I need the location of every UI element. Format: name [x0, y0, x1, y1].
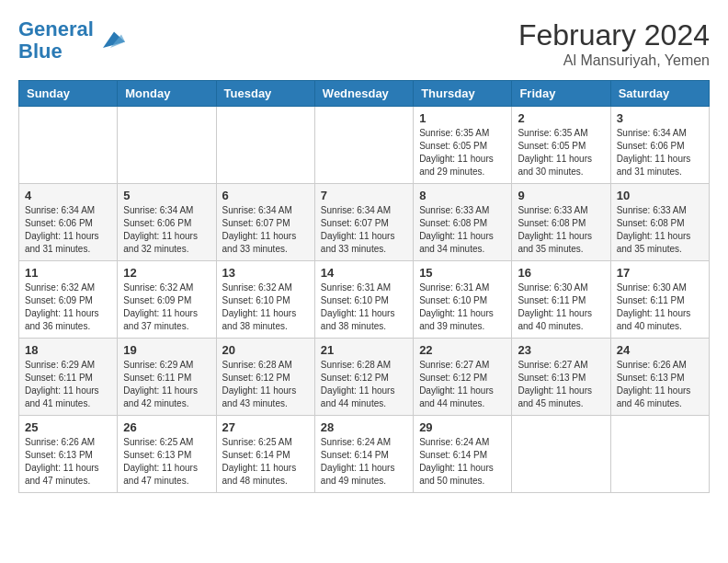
calendar-cell: 26Sunrise: 6:25 AMSunset: 6:13 PMDayligh…	[118, 416, 216, 493]
day-info: Sunrise: 6:33 AMSunset: 6:08 PMDaylight:…	[419, 204, 506, 256]
calendar-cell: 23Sunrise: 6:27 AMSunset: 6:13 PMDayligh…	[512, 339, 610, 416]
day-number: 11	[25, 266, 111, 280]
logo-icon	[96, 26, 125, 55]
day-info: Sunrise: 6:31 AMSunset: 6:10 PMDaylight:…	[321, 282, 407, 333]
calendar-cell	[216, 107, 314, 184]
month-title: February 2024	[518, 18, 710, 52]
day-number: 21	[321, 343, 407, 357]
day-number: 28	[321, 420, 407, 434]
calendar-cell: 14Sunrise: 6:31 AMSunset: 6:10 PMDayligh…	[314, 261, 413, 339]
day-number: 16	[518, 266, 604, 280]
calendar-cell: 19Sunrise: 6:29 AMSunset: 6:11 PMDayligh…	[118, 339, 216, 416]
header-monday: Monday	[118, 81, 216, 107]
day-info: Sunrise: 6:34 AMSunset: 6:06 PMDaylight:…	[617, 127, 703, 178]
day-info: Sunrise: 6:30 AMSunset: 6:11 PMDaylight:…	[617, 282, 703, 333]
calendar-cell: 11Sunrise: 6:32 AMSunset: 6:09 PMDayligh…	[19, 261, 118, 339]
calendar-table: SundayMondayTuesdayWednesdayThursdayFrid…	[18, 80, 710, 493]
day-info: Sunrise: 6:33 AMSunset: 6:08 PMDaylight:…	[518, 204, 604, 256]
calendar-cell: 8Sunrise: 6:33 AMSunset: 6:08 PMDaylight…	[414, 184, 512, 261]
week-row-1: 1Sunrise: 6:35 AMSunset: 6:05 PMDaylight…	[19, 107, 710, 184]
calendar-cell	[314, 107, 413, 184]
day-number: 9	[518, 189, 604, 202]
day-info: Sunrise: 6:32 AMSunset: 6:09 PMDaylight:…	[123, 282, 210, 333]
day-info: Sunrise: 6:34 AMSunset: 6:07 PMDaylight:…	[222, 204, 309, 256]
header-tuesday: Tuesday	[216, 81, 314, 107]
header-friday: Friday	[512, 81, 610, 107]
logo-blue: Blue	[18, 40, 63, 63]
day-info: Sunrise: 6:34 AMSunset: 6:07 PMDaylight:…	[321, 204, 407, 256]
calendar-cell: 28Sunrise: 6:24 AMSunset: 6:14 PMDayligh…	[314, 416, 413, 493]
day-info: Sunrise: 6:31 AMSunset: 6:10 PMDaylight:…	[419, 282, 506, 333]
day-number: 23	[518, 343, 604, 357]
day-number: 27	[222, 420, 309, 434]
calendar-cell: 4Sunrise: 6:34 AMSunset: 6:06 PMDaylight…	[19, 184, 118, 261]
day-number: 17	[617, 266, 703, 280]
calendar-cell	[118, 107, 216, 184]
day-number: 3	[617, 111, 703, 125]
calendar-cell: 21Sunrise: 6:28 AMSunset: 6:12 PMDayligh…	[314, 339, 413, 416]
day-number: 25	[25, 420, 111, 434]
day-info: Sunrise: 6:28 AMSunset: 6:12 PMDaylight:…	[222, 359, 309, 410]
calendar-cell: 24Sunrise: 6:26 AMSunset: 6:13 PMDayligh…	[610, 339, 709, 416]
day-number: 13	[222, 266, 309, 280]
calendar-cell: 10Sunrise: 6:33 AMSunset: 6:08 PMDayligh…	[610, 184, 709, 261]
week-row-3: 11Sunrise: 6:32 AMSunset: 6:09 PMDayligh…	[19, 261, 710, 339]
calendar-cell: 22Sunrise: 6:27 AMSunset: 6:12 PMDayligh…	[414, 339, 512, 416]
day-info: Sunrise: 6:26 AMSunset: 6:13 PMDaylight:…	[25, 436, 111, 488]
day-info: Sunrise: 6:25 AMSunset: 6:14 PMDaylight:…	[222, 436, 309, 488]
day-number: 6	[222, 189, 309, 202]
day-info: Sunrise: 6:26 AMSunset: 6:13 PMDaylight:…	[617, 359, 703, 410]
week-row-5: 25Sunrise: 6:26 AMSunset: 6:13 PMDayligh…	[19, 416, 710, 493]
logo: General Blue	[18, 18, 125, 63]
calendar-cell: 5Sunrise: 6:34 AMSunset: 6:06 PMDaylight…	[118, 184, 216, 261]
day-number: 2	[518, 111, 604, 125]
day-number: 14	[321, 266, 407, 280]
calendar-cell: 7Sunrise: 6:34 AMSunset: 6:07 PMDaylight…	[314, 184, 413, 261]
calendar-cell	[610, 416, 709, 493]
location-title: Al Mansuriyah, Yemen	[518, 52, 710, 69]
calendar-cell: 15Sunrise: 6:31 AMSunset: 6:10 PMDayligh…	[414, 261, 512, 339]
week-row-2: 4Sunrise: 6:34 AMSunset: 6:06 PMDaylight…	[19, 184, 710, 261]
calendar-cell: 17Sunrise: 6:30 AMSunset: 6:11 PMDayligh…	[610, 261, 709, 339]
day-number: 19	[123, 343, 210, 357]
day-info: Sunrise: 6:32 AMSunset: 6:09 PMDaylight:…	[25, 282, 111, 333]
day-number: 26	[123, 420, 210, 434]
day-info: Sunrise: 6:25 AMSunset: 6:13 PMDaylight:…	[123, 436, 210, 488]
day-info: Sunrise: 6:34 AMSunset: 6:06 PMDaylight:…	[123, 204, 210, 256]
calendar-cell: 3Sunrise: 6:34 AMSunset: 6:06 PMDaylight…	[610, 107, 709, 184]
day-number: 15	[419, 266, 506, 280]
day-number: 24	[617, 343, 703, 357]
day-info: Sunrise: 6:33 AMSunset: 6:08 PMDaylight:…	[617, 204, 703, 256]
day-info: Sunrise: 6:24 AMSunset: 6:14 PMDaylight:…	[321, 436, 407, 488]
header-wednesday: Wednesday	[314, 81, 413, 107]
day-number: 4	[25, 189, 111, 202]
day-number: 1	[419, 111, 506, 125]
calendar-cell: 18Sunrise: 6:29 AMSunset: 6:11 PMDayligh…	[19, 339, 118, 416]
day-info: Sunrise: 6:29 AMSunset: 6:11 PMDaylight:…	[123, 359, 210, 410]
calendar-cell: 2Sunrise: 6:35 AMSunset: 6:05 PMDaylight…	[512, 107, 610, 184]
day-info: Sunrise: 6:30 AMSunset: 6:11 PMDaylight:…	[518, 282, 604, 333]
day-number: 7	[321, 189, 407, 202]
day-number: 29	[419, 420, 506, 434]
calendar-cell: 16Sunrise: 6:30 AMSunset: 6:11 PMDayligh…	[512, 261, 610, 339]
calendar-cell: 12Sunrise: 6:32 AMSunset: 6:09 PMDayligh…	[118, 261, 216, 339]
day-info: Sunrise: 6:35 AMSunset: 6:05 PMDaylight:…	[518, 127, 604, 178]
day-number: 20	[222, 343, 309, 357]
day-info: Sunrise: 6:27 AMSunset: 6:12 PMDaylight:…	[419, 359, 506, 410]
logo-general: General	[18, 17, 94, 40]
page-header: General Blue February 2024 Al Mansuriyah…	[18, 18, 710, 69]
day-info: Sunrise: 6:29 AMSunset: 6:11 PMDaylight:…	[25, 359, 111, 410]
day-number: 8	[419, 189, 506, 202]
day-number: 22	[419, 343, 506, 357]
title-area: February 2024 Al Mansuriyah, Yemen	[518, 18, 710, 69]
calendar-cell	[19, 107, 118, 184]
day-info: Sunrise: 6:34 AMSunset: 6:06 PMDaylight:…	[25, 204, 111, 256]
day-info: Sunrise: 6:35 AMSunset: 6:05 PMDaylight:…	[419, 127, 506, 178]
calendar-cell: 25Sunrise: 6:26 AMSunset: 6:13 PMDayligh…	[19, 416, 118, 493]
header-saturday: Saturday	[610, 81, 709, 107]
week-row-4: 18Sunrise: 6:29 AMSunset: 6:11 PMDayligh…	[19, 339, 710, 416]
calendar-cell: 29Sunrise: 6:24 AMSunset: 6:14 PMDayligh…	[414, 416, 512, 493]
header-thursday: Thursday	[414, 81, 512, 107]
calendar-cell: 20Sunrise: 6:28 AMSunset: 6:12 PMDayligh…	[216, 339, 314, 416]
day-number: 10	[617, 189, 703, 202]
